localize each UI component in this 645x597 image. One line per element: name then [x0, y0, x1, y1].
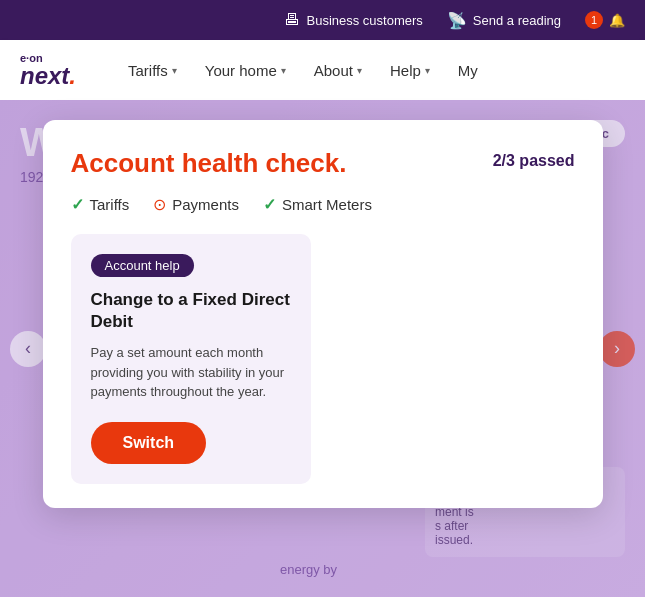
- nav-help-label: Help: [390, 62, 421, 79]
- nav-about[interactable]: About ▾: [302, 54, 374, 87]
- business-customers-link[interactable]: 🖶 Business customers: [284, 11, 422, 29]
- top-bar: 🖶 Business customers 📡 Send a reading 1 …: [0, 0, 645, 40]
- modal-passed: 2/3 passed: [493, 152, 575, 170]
- notification-badge: 1: [585, 11, 603, 29]
- nav-help[interactable]: Help ▾: [378, 54, 442, 87]
- logo-next: next.: [20, 64, 76, 88]
- chevron-down-icon: ▾: [172, 65, 177, 76]
- switch-button[interactable]: Switch: [91, 422, 207, 464]
- reading-icon: 📡: [447, 11, 467, 30]
- card-description: Pay a set amount each month providing yo…: [91, 343, 291, 402]
- nav-your-home[interactable]: Your home ▾: [193, 54, 298, 87]
- chevron-down-icon: ▾: [281, 65, 286, 76]
- nav-my[interactable]: My: [446, 54, 490, 87]
- modal-header: Account health check. 2/3 passed: [71, 148, 575, 179]
- card-title: Change to a Fixed Direct Debit: [91, 289, 291, 333]
- nav-bar: e·on next. Tariffs ▾ Your home ▾ About ▾…: [0, 40, 645, 100]
- nav-my-label: My: [458, 62, 478, 79]
- health-check-modal: Account health check. 2/3 passed ✓ Tarif…: [43, 120, 603, 508]
- send-reading-link[interactable]: 📡 Send a reading: [447, 11, 561, 30]
- business-icon: 🖶: [284, 11, 300, 29]
- modal-checks: ✓ Tariffs ⊙ Payments ✓ Smart Meters: [71, 195, 575, 214]
- business-customers-label: Business customers: [306, 13, 422, 28]
- modal-title: Account health check.: [71, 148, 347, 179]
- recommendation-card: Account help Change to a Fixed Direct De…: [71, 234, 311, 484]
- check-smart-meters: ✓ Smart Meters: [263, 195, 372, 214]
- check-smart-meters-label: Smart Meters: [282, 196, 372, 213]
- check-pass-icon: ✓: [71, 195, 84, 214]
- check-pass-green-icon: ✓: [263, 195, 276, 214]
- check-tariffs: ✓ Tariffs: [71, 195, 130, 214]
- check-payments-label: Payments: [172, 196, 239, 213]
- modal-overlay: Account health check. 2/3 passed ✓ Tarif…: [0, 100, 645, 597]
- notification-icon: 🔔: [609, 13, 625, 28]
- send-reading-label: Send a reading: [473, 13, 561, 28]
- nav-tariffs[interactable]: Tariffs ▾: [116, 54, 189, 87]
- card-badge: Account help: [91, 254, 194, 277]
- nav-tariffs-label: Tariffs: [128, 62, 168, 79]
- nav-about-label: About: [314, 62, 353, 79]
- nav-your-home-label: Your home: [205, 62, 277, 79]
- check-warn-icon: ⊙: [153, 195, 166, 214]
- logo[interactable]: e·on next.: [20, 53, 76, 88]
- nav-items: Tariffs ▾ Your home ▾ About ▾ Help ▾ My: [116, 54, 625, 87]
- chevron-down-icon: ▾: [357, 65, 362, 76]
- chevron-down-icon: ▾: [425, 65, 430, 76]
- notification-item[interactable]: 1 🔔: [585, 11, 625, 29]
- check-tariffs-label: Tariffs: [90, 196, 130, 213]
- check-payments: ⊙ Payments: [153, 195, 239, 214]
